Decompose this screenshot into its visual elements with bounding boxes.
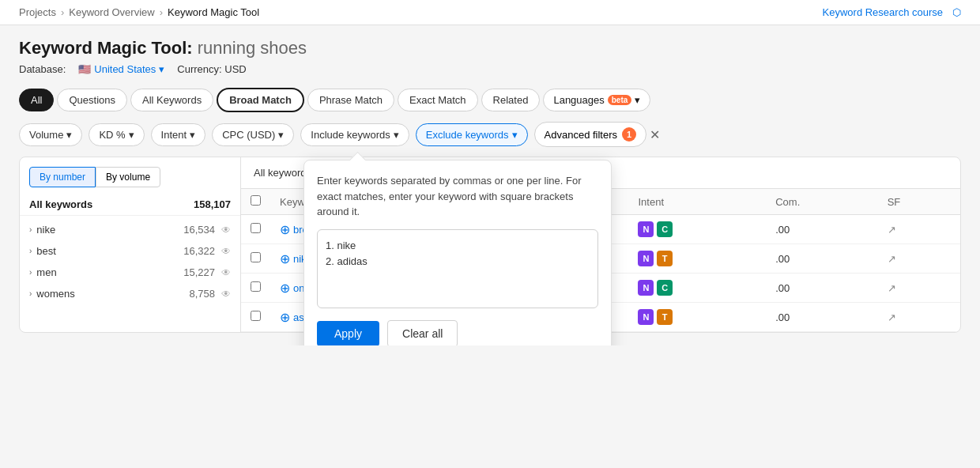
- title-query: running shoes: [198, 38, 307, 58]
- kd-chevron-icon: ▾: [129, 129, 134, 141]
- sidebar-item-men-count: 15,227: [183, 266, 215, 278]
- tab-all[interactable]: All: [19, 89, 54, 111]
- advanced-filters-badge: 1: [622, 127, 636, 142]
- row-3-checkbox[interactable]: [251, 281, 261, 292]
- course-link[interactable]: Keyword Research course: [823, 6, 943, 18]
- exclude-keywords-popup: Enter keywords separated by commas or on…: [303, 160, 612, 345]
- intent-badge-n: N: [638, 251, 654, 266]
- tabs-row: All Questions All Keywords Broad Match P…: [19, 88, 961, 112]
- row-4-checkbox[interactable]: [251, 311, 261, 321]
- title-label: Keyword Magic Tool:: [19, 38, 193, 58]
- tab-languages[interactable]: Languages beta ▾: [543, 89, 650, 111]
- sidebar-item-men[interactable]: › men 15,227 👁: [20, 262, 240, 283]
- sidebar-item-men-left: › men: [29, 266, 57, 278]
- languages-label: Languages: [553, 94, 604, 106]
- exclude-keywords-filter[interactable]: Exclude keywords ▾: [416, 123, 528, 146]
- db-label: Database:: [19, 63, 66, 75]
- tab-all-keywords[interactable]: All Keywords: [130, 89, 213, 111]
- cpc-filter[interactable]: CPC (USD) ▾: [212, 123, 294, 146]
- row-1-checkbox[interactable]: [251, 223, 261, 233]
- chevron-right-icon: ›: [29, 247, 32, 255]
- row-2-com: .00: [766, 244, 877, 274]
- row-4-com: .00: [766, 303, 877, 332]
- row-1-intent: N C: [628, 215, 766, 244]
- sort-by-number-button[interactable]: By number: [29, 167, 96, 187]
- advanced-filters-label: Advanced filters: [545, 129, 618, 141]
- row-checkbox-3: [241, 274, 270, 303]
- sidebar-item-womens-name: womens: [36, 288, 74, 300]
- breadcrumb-sep2: ›: [160, 6, 163, 18]
- languages-chevron-icon: ▾: [635, 94, 640, 106]
- intent-badge-n: N: [638, 309, 654, 325]
- eye-icon[interactable]: 👁: [221, 225, 231, 236]
- eye-icon[interactable]: 👁: [221, 246, 231, 257]
- sidebar-item-nike-left: › nike: [29, 224, 55, 236]
- volume-chevron-icon: ▾: [66, 129, 72, 141]
- include-keywords-filter[interactable]: Include keywords ▾: [300, 123, 409, 146]
- cpc-chevron-icon: ▾: [278, 129, 284, 141]
- sidebar-item-womens[interactable]: › womens 8,758 👁: [20, 283, 240, 304]
- tab-related[interactable]: Related: [481, 89, 541, 111]
- tab-broad-match[interactable]: Broad Match: [217, 88, 304, 112]
- row-2-checkbox[interactable]: [251, 252, 261, 262]
- row-2-sf: ↗: [878, 244, 960, 274]
- add-keyword-icon: ⊕: [280, 251, 290, 266]
- row-3-com: .00: [766, 274, 877, 303]
- chevron-right-icon: ›: [29, 225, 32, 234]
- sidebar: By number By volume All keywords 158,107…: [20, 157, 241, 332]
- eye-icon[interactable]: 👁: [221, 289, 231, 300]
- add-keyword-icon: ⊕: [280, 310, 290, 325]
- volume-label: Volume: [29, 129, 63, 141]
- main-content: Keyword Magic Tool: running shoes Databa…: [0, 25, 980, 345]
- sidebar-item-best-left: › best: [29, 245, 56, 257]
- sort-by-volume-button[interactable]: By volume: [96, 167, 160, 187]
- eye-icon[interactable]: 👁: [221, 267, 231, 278]
- advanced-filters-close-button[interactable]: ✕: [646, 126, 663, 144]
- exclude-chevron-icon: ▾: [512, 129, 518, 141]
- intent-filter[interactable]: Intent ▾: [151, 123, 206, 146]
- tab-questions[interactable]: Questions: [57, 89, 127, 111]
- share-icon[interactable]: ⬡: [952, 6, 961, 18]
- intent-badge-n: N: [638, 221, 654, 237]
- col-com: Com.: [766, 189, 877, 215]
- row-2-intent: N T: [628, 244, 766, 274]
- row-checkbox-1: [241, 215, 270, 244]
- apply-button[interactable]: Apply: [317, 321, 379, 346]
- sidebar-item-men-name: men: [36, 266, 56, 278]
- intent-label: Intent: [161, 129, 187, 141]
- sidebar-item-best-name: best: [36, 245, 56, 257]
- row-1-com: .00: [766, 215, 877, 244]
- breadcrumb-overview[interactable]: Keyword Overview: [69, 6, 154, 18]
- row-3-sf: ↗: [878, 274, 960, 303]
- top-bar: Projects › Keyword Overview › Keyword Ma…: [0, 0, 980, 25]
- select-all-checkbox[interactable]: [251, 195, 261, 206]
- intent-badge-n: N: [638, 280, 654, 296]
- include-label: Include keywords: [311, 129, 390, 141]
- sidebar-item-best[interactable]: › best 16,322 👁: [20, 240, 240, 262]
- sidebar-item-men-right: 15,227 👁: [183, 266, 231, 278]
- sidebar-all-keywords: All keywords 158,107: [20, 194, 240, 216]
- kd-filter[interactable]: KD % ▾: [89, 123, 144, 146]
- sidebar-item-best-count: 16,322: [183, 245, 215, 257]
- clear-all-button[interactable]: Clear all: [387, 320, 458, 346]
- kd-label: KD %: [99, 129, 125, 141]
- intent-chevron-icon: ▾: [190, 129, 195, 141]
- row-3-intent: N C: [628, 274, 766, 303]
- breadcrumb-projects[interactable]: Projects: [19, 6, 56, 18]
- sidebar-item-nike[interactable]: › nike 16,534 👁: [20, 219, 240, 240]
- volume-filter[interactable]: Volume ▾: [19, 123, 82, 146]
- breadcrumb-current: Keyword Magic Tool: [168, 6, 259, 18]
- db-row: Database: 🇺🇸 United States ▾ Currency: U…: [19, 63, 961, 75]
- tab-phrase-match[interactable]: Phrase Match: [307, 89, 394, 111]
- tab-exact-match[interactable]: Exact Match: [398, 89, 478, 111]
- sidebar-item-womens-right: 8,758 👁: [189, 288, 231, 300]
- chevron-right-icon: ›: [29, 289, 32, 298]
- col-sf: SF: [878, 189, 960, 215]
- db-selector[interactable]: 🇺🇸 United States ▾: [78, 63, 164, 75]
- advanced-filters-button[interactable]: Advanced filters 1: [534, 122, 647, 147]
- row-4-sf: ↗: [878, 303, 960, 332]
- exclude-keywords-textarea[interactable]: 1. nike 2. adidas: [317, 229, 598, 308]
- db-value: United States: [94, 63, 156, 75]
- col-checkbox: [241, 189, 270, 215]
- include-chevron-icon: ▾: [394, 129, 399, 141]
